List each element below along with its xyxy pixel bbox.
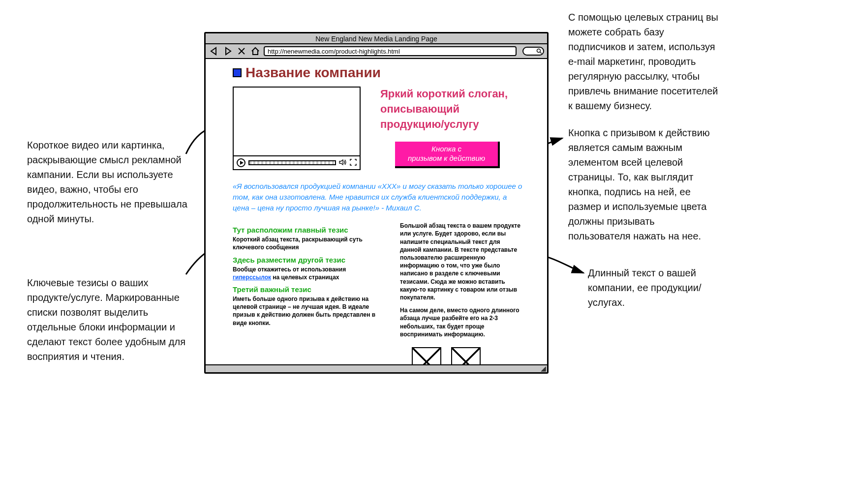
testimonial-quote: «Я воспользовался продукцией компании «X… bbox=[233, 181, 522, 213]
resize-grip-icon[interactable]: ◢ bbox=[541, 364, 546, 372]
video-frame[interactable] bbox=[234, 88, 360, 156]
svg-line-1 bbox=[540, 52, 542, 54]
annotation-text: Кнопка с призывом к действию является са… bbox=[568, 125, 716, 243]
browser-toolbar: http://nenewmedia.com/product-highlights… bbox=[206, 44, 547, 59]
play-icon[interactable] bbox=[237, 158, 245, 167]
slogan: Яркий короткий слоган, описывающий проду… bbox=[380, 87, 522, 132]
cta-line2: призывом к действию bbox=[408, 154, 485, 162]
annotation-text: Короткое видео или картинка, раскрывающи… bbox=[27, 138, 194, 226]
annotation-text: Длинный текст о вашей компании, ее проду… bbox=[588, 266, 716, 310]
fullscreen-icon[interactable] bbox=[350, 159, 357, 167]
thesis-body-text: Вообще откажитесь от использования bbox=[233, 266, 346, 273]
paragraph: На самом деле, вместо одного длинного аб… bbox=[400, 306, 522, 338]
progress-bar[interactable] bbox=[248, 160, 336, 165]
volume-icon[interactable] bbox=[339, 159, 347, 167]
video-placeholder bbox=[233, 87, 361, 170]
image-placeholder bbox=[412, 347, 441, 364]
thesis-body: Вообще откажитесь от использования гипер… bbox=[233, 266, 380, 281]
browser-window: New England New Media Landing Page http:… bbox=[204, 32, 549, 374]
thesis-title: Здесь разместим другой тезис bbox=[233, 256, 380, 264]
image-placeholder bbox=[451, 347, 481, 364]
thesis-title: Тут расположим главный тезис bbox=[233, 226, 380, 234]
back-icon[interactable] bbox=[209, 46, 219, 57]
page-content: Название компании bbox=[206, 59, 547, 364]
company-name: Название компании bbox=[245, 65, 381, 81]
window-title: New England New Media Landing Page bbox=[206, 33, 547, 44]
thesis-body: Короткий абзац текста, раскрывающий суть… bbox=[233, 236, 380, 251]
search-pill[interactable] bbox=[522, 47, 544, 56]
url-input[interactable]: http://nenewmedia.com/product-highlights… bbox=[264, 46, 517, 56]
annotation-text: С помощью целевых страниц вы можете собр… bbox=[568, 10, 721, 113]
paragraph: Большой абзац текста о вашем продукте ил… bbox=[400, 222, 522, 301]
forward-icon[interactable] bbox=[222, 46, 233, 57]
hyperlink-link[interactable]: гиперссылок bbox=[233, 274, 271, 281]
thesis-body: Иметь больше одного призыва к действию н… bbox=[233, 295, 380, 327]
home-icon[interactable] bbox=[250, 46, 261, 57]
thesis-title: Третий важный тезис bbox=[233, 285, 380, 294]
thesis-body-text: на целевых страницах bbox=[271, 274, 339, 281]
cta-button[interactable]: Кнопка с призывом к действию bbox=[395, 142, 500, 168]
status-bar: ◢ bbox=[206, 364, 547, 372]
cta-line1: Кнопка с bbox=[431, 145, 461, 153]
video-controls bbox=[234, 156, 360, 169]
company-logo bbox=[233, 68, 242, 77]
theses-column: Тут расположим главный тезис Короткий аб… bbox=[233, 222, 380, 364]
svg-point-0 bbox=[537, 49, 541, 53]
description-column: Большой абзац текста о вашем продукте ил… bbox=[400, 222, 522, 364]
stop-icon[interactable] bbox=[236, 46, 247, 57]
annotation-text: Ключевые тезисы о ваших продукте/услуге.… bbox=[27, 275, 194, 364]
search-icon bbox=[536, 48, 542, 54]
